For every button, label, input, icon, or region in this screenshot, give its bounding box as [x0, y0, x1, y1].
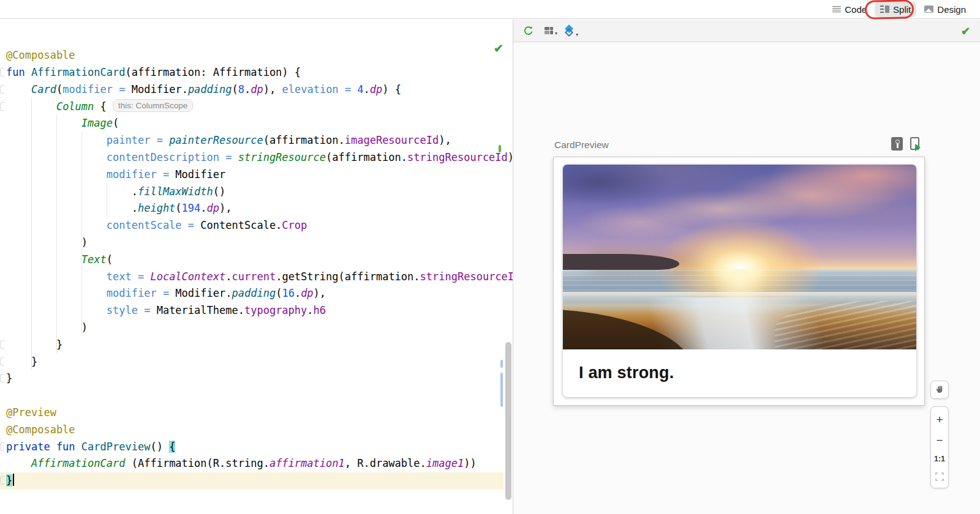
code-token: .	[307, 304, 313, 316]
code-token: affirmation1	[270, 457, 345, 469]
code-line[interactable]: .fillMaxWidth()	[6, 184, 225, 201]
code-line[interactable]: style = MaterialTheme.typography.h6	[6, 302, 326, 319]
code-line[interactable]: @Composable	[6, 47, 75, 64]
code-line[interactable]: Column { this: ColumnScope	[6, 99, 193, 116]
fold-marker-icon[interactable]	[0, 442, 4, 451]
code-token: ),	[508, 151, 513, 163]
preview-device-frame[interactable]: I am strong.	[553, 157, 925, 406]
tab-code[interactable]: Code	[827, 2, 872, 17]
code-token: 8	[238, 83, 244, 95]
zoom-out-button[interactable]: −	[936, 434, 943, 446]
code-token: @Composable	[6, 49, 75, 61]
zoom-in-button[interactable]: +	[936, 414, 943, 425]
code-token: 4	[357, 83, 363, 95]
design-icon	[924, 6, 933, 13]
code-line[interactable]: }	[6, 337, 62, 354]
code-token: fun	[6, 66, 31, 78]
code-token	[6, 134, 107, 146]
code-token: stringResourceId	[407, 151, 508, 163]
code-token	[6, 151, 107, 163]
code-line[interactable]: private fun CardPreview() {	[6, 439, 175, 456]
preview-ok-icon: ✔	[961, 24, 970, 38]
zoom-actual-button[interactable]: 1:1	[934, 455, 945, 463]
code-line[interactable]: modifier = Modifier.padding(16.dp),	[6, 285, 326, 302]
code-token: .	[6, 202, 138, 214]
layout-grid-icon[interactable]: ▾	[545, 27, 553, 34]
code-token: modifier =	[107, 287, 176, 299]
fold-marker-icon[interactable]	[0, 85, 4, 94]
code-token: current	[232, 270, 276, 283]
tab-design[interactable]: Design	[919, 2, 971, 17]
refresh-icon[interactable]	[523, 26, 533, 36]
code-token: ),	[314, 287, 326, 299]
code-line[interactable]: Text(	[6, 251, 113, 269]
code-token: .getString(affirmation.	[276, 270, 420, 283]
code-token: Modifier.	[132, 83, 188, 95]
code-token: (	[232, 83, 238, 95]
code-token: ContentScale.	[200, 219, 282, 231]
inspection-ok-icon[interactable]: ✔	[494, 42, 503, 56]
code-token	[6, 83, 31, 95]
code-token: private fun	[6, 441, 81, 453]
fold-marker-icon[interactable]	[0, 340, 4, 349]
code-token: Text	[81, 253, 107, 266]
code-line[interactable]: modifier = Modifier	[6, 166, 225, 184]
code-line[interactable]: contentDescription = stringResource(affi…	[6, 149, 513, 166]
tab-design-label: Design	[937, 4, 966, 15]
code-token: .	[295, 287, 301, 299]
vcs-change-marker	[499, 145, 501, 152]
code-token: dp	[301, 287, 313, 299]
code-token: stringResource	[238, 151, 326, 163]
fold-marker-icon[interactable]	[0, 68, 4, 76]
code-line[interactable]: }	[6, 354, 37, 371]
tab-split[interactable]: Split	[875, 2, 916, 17]
scroll-stripe-marker	[500, 360, 503, 368]
run-on-device-icon[interactable]	[910, 137, 919, 150]
layers-icon[interactable]: ▾	[564, 26, 574, 35]
code-line[interactable]: @Preview	[6, 404, 56, 422]
editor-scrollbar[interactable]	[505, 342, 511, 500]
fold-marker-icon[interactable]	[0, 102, 4, 111]
code-token	[6, 168, 107, 181]
affirmation-text: I am strong.	[579, 363, 674, 382]
scroll-stripe-marker	[500, 373, 503, 407]
code-line[interactable]: painter = painterResource(affirmation.im…	[6, 132, 451, 149]
zoom-fit-icon[interactable]	[935, 472, 944, 481]
code-line[interactable]: fun AffirmationCard(affirmation: Affirma…	[6, 64, 301, 81]
code-line[interactable]: contentScale = ContentScale.Crop	[6, 217, 307, 234]
code-line[interactable]: Card(modifier = Modifier.padding(8.dp), …	[6, 81, 401, 99]
code-line[interactable]: )	[6, 319, 88, 337]
code-token: .	[6, 185, 138, 198]
current-line-highlight	[0, 472, 503, 490]
code-line[interactable]: )	[6, 234, 88, 251]
code-area[interactable]: @Composablefun AffirmationCard(affirmati…	[0, 20, 513, 514]
code-token: (affirmation.	[263, 134, 345, 146]
pan-tool-button[interactable]	[930, 381, 949, 399]
code-token: )	[6, 321, 88, 333]
code-token: @Preview	[6, 406, 56, 419]
compose-preview-pane: ▾ ▾ ✔ CardPreview I am strong.	[513, 20, 980, 514]
code-line[interactable]: }	[6, 472, 14, 490]
code-token: (	[113, 117, 119, 129]
code-token: ()	[213, 185, 225, 198]
interactive-preview-icon[interactable]	[891, 137, 903, 151]
fold-marker-icon[interactable]	[0, 374, 4, 382]
code-token: stringResourceId	[420, 270, 513, 283]
code-token: contentDescription =	[107, 151, 238, 163]
preview-toolbar: ▾ ▾ ✔	[513, 20, 980, 42]
code-line[interactable]: AffirmationCard (Affirmation(R.string.af…	[6, 455, 477, 472]
code-editor[interactable]: @Composablefun AffirmationCard(affirmati…	[0, 20, 513, 514]
code-line[interactable]: .height(194.dp),	[6, 200, 232, 217]
preview-name-label[interactable]: CardPreview	[554, 140, 609, 151]
code-line[interactable]: @Composable	[6, 422, 75, 439]
fold-marker-icon[interactable]	[0, 476, 4, 485]
code-line[interactable]: Image(	[6, 115, 119, 132]
code-token: .	[364, 83, 370, 95]
code-token: 16	[282, 287, 294, 299]
code-token: (Affirmation(R.string.	[125, 457, 269, 469]
code-token: CardPreview	[81, 441, 151, 453]
fold-marker-icon[interactable]	[0, 357, 4, 366]
code-line[interactable]: text = LocalContext.current.getString(af…	[6, 269, 513, 286]
code-token: modifier =	[107, 168, 176, 181]
code-line[interactable]: }	[6, 370, 12, 387]
